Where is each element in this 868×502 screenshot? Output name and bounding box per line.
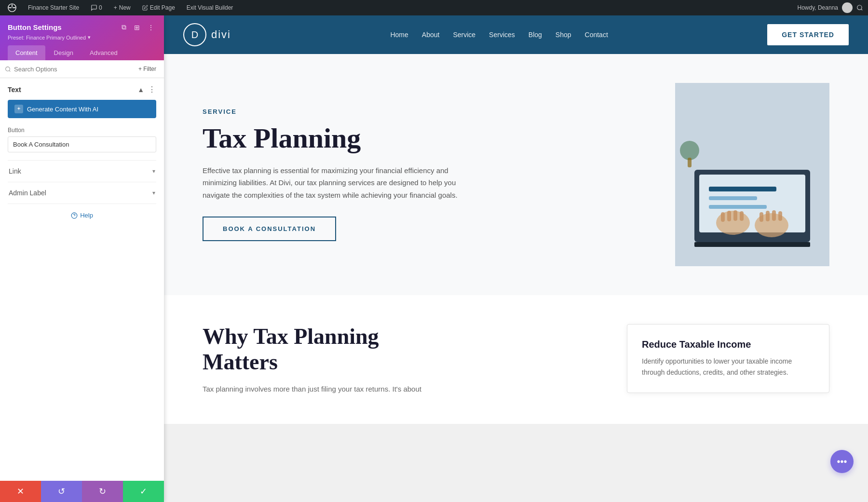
search-icon — [5, 66, 11, 72]
comments-button[interactable]: 0 — [88, 0, 105, 15]
hero-section: SERVICE Tax Planning Effective tax plann… — [164, 54, 868, 295]
link-section: Link ▾ — [8, 160, 156, 182]
main-content: D divi Home About Service Services Blog … — [164, 15, 868, 502]
nav-about[interactable]: About — [422, 31, 440, 39]
panel-content: Text ▲ ⋮ Generate Content With AI Button — [0, 78, 164, 502]
svg-point-1 — [857, 5, 862, 10]
nav-contact[interactable]: Contact — [585, 31, 608, 39]
nav-shop[interactable]: Shop — [556, 31, 571, 39]
nav-home[interactable]: Home — [390, 31, 408, 39]
logo-text: divi — [211, 28, 231, 41]
hero-description: Effective tax planning is essential for … — [203, 164, 463, 202]
svg-rect-18 — [740, 211, 744, 221]
copy-icon[interactable]: ⧉ — [120, 22, 128, 32]
admin-label-chevron-icon: ▾ — [152, 190, 155, 196]
why-section: Why Tax PlanningMatters Tax planning inv… — [164, 295, 868, 424]
search-input[interactable] — [14, 66, 133, 73]
svg-rect-19 — [760, 212, 763, 222]
svg-rect-20 — [766, 211, 770, 221]
sidebar-panel: Button Settings ⧉ ⊞ ⋮ Preset: Finance Pr… — [0, 15, 164, 502]
svg-rect-21 — [772, 210, 776, 221]
svg-rect-15 — [721, 212, 725, 222]
exit-builder-button[interactable]: Exit Visual Builder — [184, 0, 236, 15]
search-bar: + Filter — [0, 60, 164, 78]
admin-bar: Finance Starter Site 0 + New Edit Page E… — [0, 0, 868, 15]
svg-rect-16 — [727, 211, 731, 221]
section-menu-icon[interactable]: ⋮ — [148, 85, 156, 94]
svg-rect-9 — [709, 187, 776, 191]
tab-advanced[interactable]: Advanced — [82, 45, 125, 60]
ai-icon — [14, 105, 23, 113]
tab-content[interactable]: Content — [8, 45, 45, 60]
nav-blog[interactable]: Blog — [529, 31, 542, 39]
tab-design[interactable]: Design — [46, 45, 81, 60]
info-card: Reduce Taxable Income Identify opportuni… — [627, 324, 829, 393]
hero-eyebrow: SERVICE — [203, 108, 646, 115]
get-started-button[interactable]: GET STARTED — [767, 24, 849, 45]
new-button[interactable]: + New — [111, 0, 134, 15]
admin-label-section: Admin Label ▾ — [8, 182, 156, 204]
nav-service[interactable]: Service — [453, 31, 475, 39]
why-description: Tax planning involves more than just fil… — [203, 383, 598, 395]
fab-button[interactable]: ••• — [830, 450, 854, 473]
edit-page-button[interactable]: Edit Page — [139, 0, 178, 15]
svg-rect-24 — [688, 158, 692, 167]
generate-ai-button[interactable]: Generate Content With AI — [8, 100, 156, 118]
laptop-visual — [675, 83, 829, 266]
link-section-title: Link — [9, 167, 21, 175]
panel-header: Button Settings ⧉ ⊞ ⋮ Preset: Finance Pr… — [0, 15, 164, 60]
text-section-header: Text ▲ ⋮ — [8, 85, 156, 94]
svg-point-23 — [680, 141, 699, 160]
button-text-input[interactable] — [8, 136, 156, 152]
help-link[interactable]: Help — [8, 212, 156, 219]
preset-selector[interactable]: Preset: Finance Primary Outlined ▾ — [8, 34, 156, 41]
redo-button[interactable]: ↻ — [82, 481, 123, 502]
cancel-button[interactable]: ✕ — [0, 481, 41, 502]
link-section-header[interactable]: Link ▾ — [8, 167, 156, 175]
svg-rect-8 — [699, 175, 805, 232]
section-actions: ▲ ⋮ — [137, 85, 156, 94]
bottom-bar: ✕ ↺ ↻ ✓ — [0, 481, 164, 502]
panel-tabs: Content Design Advanced — [8, 45, 156, 60]
chevron-down-icon: ▾ — [88, 34, 91, 41]
logo-circle: D — [183, 23, 206, 46]
save-button[interactable]: ✓ — [123, 481, 164, 502]
panel-icons: ⧉ ⊞ ⋮ — [120, 22, 156, 32]
hero-text: SERVICE Tax Planning Effective tax plann… — [203, 108, 646, 241]
svg-rect-12 — [694, 242, 810, 247]
svg-rect-11 — [709, 205, 767, 209]
card-title: Reduce Taxable Income — [642, 339, 814, 350]
undo-button[interactable]: ↺ — [41, 481, 82, 502]
help-icon — [71, 212, 78, 219]
button-field-label: Button — [8, 127, 156, 134]
svg-point-2 — [6, 67, 10, 71]
hero-title: Tax Planning — [203, 123, 646, 154]
svg-rect-17 — [733, 210, 737, 221]
search-icon[interactable] — [856, 4, 863, 11]
grid-icon[interactable]: ⊞ — [132, 23, 142, 32]
button-field-group: Button — [8, 127, 156, 152]
svg-rect-22 — [778, 211, 782, 221]
hero-image — [675, 83, 829, 266]
why-text: Why Tax PlanningMatters Tax planning inv… — [203, 324, 598, 395]
site-name[interactable]: Finance Starter Site — [25, 0, 82, 15]
link-chevron-icon: ▾ — [152, 168, 155, 175]
help-section: Help — [8, 204, 156, 227]
panel-title: Button Settings — [8, 23, 62, 31]
site-nav-links: Home About Service Services Blog Shop Co… — [390, 31, 608, 39]
howdy-text: Howdy, Deanna — [798, 4, 839, 11]
nav-services[interactable]: Services — [489, 31, 515, 39]
why-title: Why Tax PlanningMatters — [203, 324, 598, 375]
avatar[interactable] — [842, 2, 853, 13]
svg-rect-10 — [709, 196, 757, 200]
filter-button[interactable]: + Filter — [136, 64, 159, 74]
text-section-title: Text — [8, 86, 21, 94]
more-icon[interactable]: ⋮ — [146, 23, 156, 32]
admin-label-title: Admin Label — [9, 189, 46, 197]
hero-illustration — [675, 83, 829, 266]
consultation-button[interactable]: BOOK A CONSULTATION — [203, 217, 336, 241]
admin-label-header[interactable]: Admin Label ▾ — [8, 189, 156, 197]
section-chevron-up[interactable]: ▲ — [137, 86, 144, 94]
wp-icon[interactable] — [5, 0, 19, 15]
site-logo: D divi — [183, 23, 231, 46]
